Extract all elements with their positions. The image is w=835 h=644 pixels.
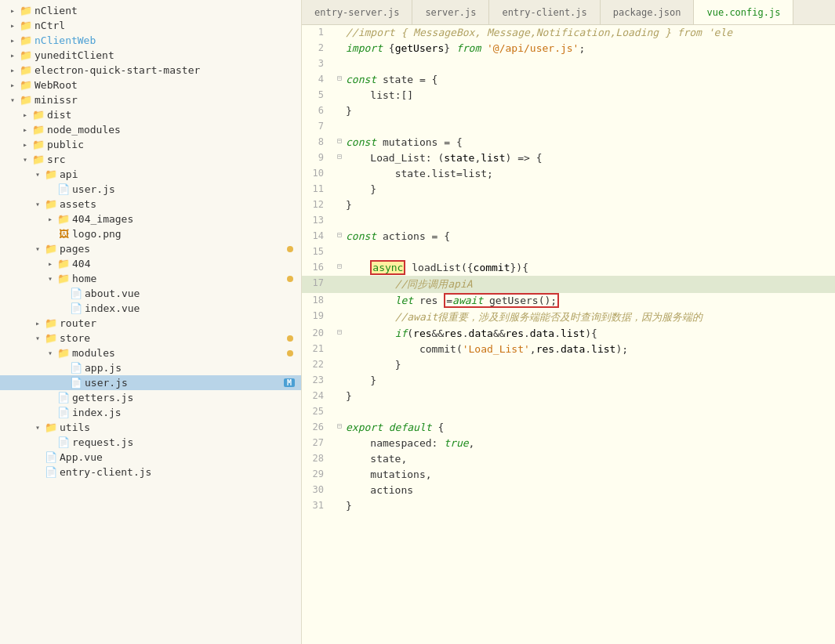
line-fold[interactable] bbox=[333, 25, 346, 27]
tree-item-yuneditClient[interactable]: ▸📁yuneditClient bbox=[0, 48, 301, 63]
line-fold[interactable] bbox=[333, 451, 346, 453]
code-line-18: 18 let res =await getUsers(); bbox=[302, 293, 835, 309]
folder-icon: 📁 bbox=[19, 64, 33, 76]
tree-item-getters_js[interactable]: 📄getters.js bbox=[0, 390, 301, 405]
arrow-closed: ▸ bbox=[6, 66, 19, 74]
tree-item-dist[interactable]: ▸📁dist bbox=[0, 107, 301, 122]
line-number: 13 bbox=[302, 213, 333, 226]
folder-icon: 📁 bbox=[56, 258, 71, 270]
file-vue-icon: 📄 bbox=[69, 302, 83, 314]
line-fold[interactable]: ⊟ bbox=[333, 135, 346, 145]
line-fold[interactable]: ⊟ bbox=[333, 72, 346, 82]
tree-item-entry_client_js[interactable]: 📄entry-client.js bbox=[0, 465, 301, 479]
tab-package-json[interactable]: package.json bbox=[601, 0, 695, 24]
line-fold[interactable]: ⊟ bbox=[333, 150, 346, 161]
tab-vue-config-js[interactable]: vue.config.js bbox=[694, 0, 793, 24]
code-line-24: 24 } bbox=[302, 389, 835, 404]
line-fold[interactable]: ⊟ bbox=[333, 326, 346, 336]
tree-item-nClient[interactable]: ▸📁nClient bbox=[0, 3, 301, 18]
folder-icon: 📁 bbox=[44, 198, 58, 210]
tree-item-electron-quick-start-master[interactable]: ▸📁electron-quick-start-master bbox=[0, 63, 301, 78]
arrow-closed: ▸ bbox=[44, 215, 56, 223]
tree-item-src[interactable]: ▾📁src bbox=[0, 152, 301, 167]
tab-server-js[interactable]: server.js bbox=[412, 0, 489, 24]
tree-item-nClientWeb[interactable]: ▸📁nClientWeb bbox=[0, 33, 301, 48]
tree-item-user_js_store[interactable]: 📄user.jsM bbox=[0, 375, 301, 390]
tree-item-index_vue[interactable]: 📄index.vue bbox=[0, 301, 301, 316]
line-fold[interactable] bbox=[333, 498, 346, 500]
code-area[interactable]: 1 //import { MessageBox, Message,Notific… bbox=[302, 25, 835, 644]
line-fold[interactable] bbox=[333, 342, 346, 343]
tree-item-pages[interactable]: ▾📁pages bbox=[0, 241, 301, 256]
line-fold[interactable] bbox=[333, 166, 346, 168]
line-content: mutations, bbox=[346, 467, 835, 482]
line-fold[interactable]: ⊟ bbox=[333, 420, 346, 430]
file-js-icon: 📄 bbox=[56, 407, 71, 418]
tree-item-about_vue[interactable]: 📄about.vue bbox=[0, 286, 301, 301]
tree-item-user_js_api[interactable]: 📄user.js bbox=[0, 182, 301, 197]
line-fold[interactable]: ⊟ bbox=[333, 260, 346, 270]
tree-label: logo.png bbox=[72, 228, 301, 240]
line-fold[interactable] bbox=[333, 389, 346, 390]
tree-label: index.vue bbox=[85, 302, 301, 314]
code-line-26: 26 ⊟ export default { bbox=[302, 420, 835, 436]
line-fold[interactable] bbox=[333, 103, 346, 105]
line-fold[interactable] bbox=[333, 41, 346, 42]
arrow-closed: ▸ bbox=[6, 36, 19, 45]
tree-item-router[interactable]: ▸📁router bbox=[0, 316, 301, 331]
tree-item-store[interactable]: ▾📁store bbox=[0, 331, 301, 346]
tree-item-WebRoot[interactable]: ▸📁WebRoot bbox=[0, 78, 301, 92]
tree-item-api[interactable]: ▾📁api bbox=[0, 167, 301, 182]
line-fold[interactable] bbox=[333, 309, 346, 310]
editor-panel: entry-server.jsserver.jsentry-client.jsp… bbox=[302, 0, 835, 644]
code-line-17: 17 //同步调用apiA bbox=[302, 276, 835, 293]
line-fold[interactable] bbox=[333, 182, 346, 183]
line-content: //import { MessageBox, Message,Notificat… bbox=[346, 25, 835, 40]
tree-label: 404_images bbox=[72, 213, 301, 225]
tree-item-home[interactable]: ▾📁home bbox=[0, 271, 301, 286]
tree-item-logo_png[interactable]: 🖼logo.png bbox=[0, 226, 301, 241]
file-vue-icon: 📄 bbox=[44, 451, 58, 463]
line-fold[interactable] bbox=[333, 56, 346, 58]
line-fold[interactable] bbox=[333, 88, 346, 89]
line-fold[interactable] bbox=[333, 373, 346, 374]
tree-label: src bbox=[47, 154, 301, 165]
tree-item-index_js[interactable]: 📄index.js bbox=[0, 405, 301, 420]
line-content: let res =await getUsers(); bbox=[346, 293, 835, 308]
arrow-open: ▾ bbox=[6, 96, 19, 104]
tree-item-public[interactable]: ▸📁public bbox=[0, 137, 301, 152]
file-tree[interactable]: ▸📁nClient▸📁nCtrl▸📁nClientWeb▸📁yuneditCli… bbox=[0, 0, 302, 644]
line-number: 27 bbox=[302, 436, 333, 448]
tree-item-App_vue[interactable]: 📄App.vue bbox=[0, 450, 301, 465]
tree-item-utils[interactable]: ▾📁utils bbox=[0, 420, 301, 435]
code-line-16: 16 ⊟ async loadList({commit}){ bbox=[302, 260, 835, 276]
line-fold[interactable] bbox=[333, 467, 346, 469]
tree-item-app_js[interactable]: 📄app.js bbox=[0, 360, 301, 375]
tree-item-request_js[interactable]: 📄request.js bbox=[0, 435, 301, 450]
line-number: 19 bbox=[302, 309, 333, 321]
line-fold[interactable] bbox=[333, 276, 346, 277]
file-js-icon: 📄 bbox=[69, 362, 83, 374]
file-js-icon: 📄 bbox=[44, 466, 58, 478]
tree-item-node_modules[interactable]: ▸📁node_modules bbox=[0, 122, 301, 137]
line-fold[interactable] bbox=[333, 357, 346, 359]
tree-label: request.js bbox=[72, 436, 301, 448]
tree-item-assets[interactable]: ▾📁assets bbox=[0, 197, 301, 212]
line-fold[interactable] bbox=[333, 197, 346, 199]
line-fold[interactable] bbox=[333, 244, 346, 246]
tab-entry-server-js[interactable]: entry-server.js bbox=[302, 0, 412, 24]
line-number: 16 bbox=[302, 260, 333, 273]
tree-item-nCtrl[interactable]: ▸📁nCtrl bbox=[0, 18, 301, 33]
line-fold[interactable] bbox=[333, 483, 346, 484]
tree-item-modules[interactable]: ▾📁modules bbox=[0, 346, 301, 360]
tree-item-minissr[interactable]: ▾📁minissr bbox=[0, 92, 301, 107]
line-fold[interactable] bbox=[333, 436, 346, 437]
line-fold[interactable]: ⊟ bbox=[333, 229, 346, 239]
tree-item-page_404[interactable]: ▸📁404 bbox=[0, 256, 301, 271]
tab-entry-client-js[interactable]: entry-client.js bbox=[489, 0, 600, 24]
line-fold[interactable] bbox=[333, 293, 346, 295]
line-fold[interactable] bbox=[333, 119, 346, 121]
line-fold[interactable] bbox=[333, 404, 346, 406]
tree-item-404_images[interactable]: ▸📁404_images bbox=[0, 212, 301, 226]
line-fold[interactable] bbox=[333, 213, 346, 215]
